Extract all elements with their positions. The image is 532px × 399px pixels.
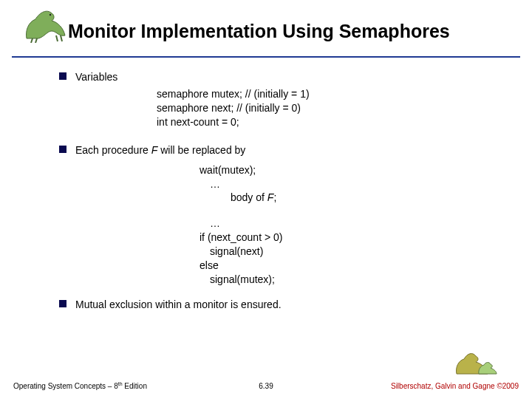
code-line: if (next_count > 0) — [200, 231, 502, 245]
code-line: signal(next) — [210, 245, 502, 259]
code-line: semaphore next; // (initially = 0) — [157, 101, 502, 115]
dinosaur-icon — [22, 6, 74, 43]
code-body-post: ; — [273, 191, 276, 203]
code-line-body: body of F; — [231, 191, 502, 205]
code-line: semaphore mutex; // (initially = 1) — [157, 87, 502, 101]
code-body-pre: body of — [231, 191, 267, 203]
title-area: Monitor Implementation Using Semaphores — [12, 18, 520, 58]
svg-point-0 — [50, 14, 51, 16]
slide-body: Variables semaphore mutex; // (initially… — [59, 71, 502, 315]
code-line: int next-count = 0; — [157, 115, 502, 129]
code-line: … — [210, 216, 502, 231]
bullet-text: Variables — [75, 71, 117, 83]
code-line: … — [210, 177, 502, 191]
bullet-text-post: will be replaced by — [157, 144, 245, 156]
bullet-icon — [59, 72, 66, 80]
code-procedure: wait(mutex); … body of F; … if (next_cou… — [200, 163, 502, 287]
footer-copyright: Silberschatz, Galvin and Gagne ©2009 — [391, 382, 519, 390]
bullet-icon — [59, 146, 66, 153]
bullet-variables: Variables — [59, 71, 502, 83]
footer: Operating System Concepts – 8th Edition … — [13, 371, 519, 392]
code-line: signal(mutex); — [210, 273, 502, 287]
bullet-procedure: Each procedure F will be replaced by — [59, 144, 502, 156]
bullet-mutual-exclusion: Mutual exclusion within a monitor is ens… — [59, 299, 502, 310]
code-line: else — [200, 259, 502, 273]
slide-title: Monitor Implementation Using Semaphores — [68, 21, 450, 42]
bullet-text-f: F — [151, 144, 158, 156]
bullet-text: Mutual exclusion within a monitor is ens… — [75, 299, 282, 310]
code-variables: semaphore mutex; // (initially = 1) sema… — [157, 87, 502, 129]
bullet-icon — [59, 300, 66, 307]
slide: Monitor Implementation Using Semaphores … — [0, 0, 532, 399]
code-line: wait(mutex); — [200, 163, 502, 177]
bullet-text-pre: Each procedure — [75, 144, 151, 156]
